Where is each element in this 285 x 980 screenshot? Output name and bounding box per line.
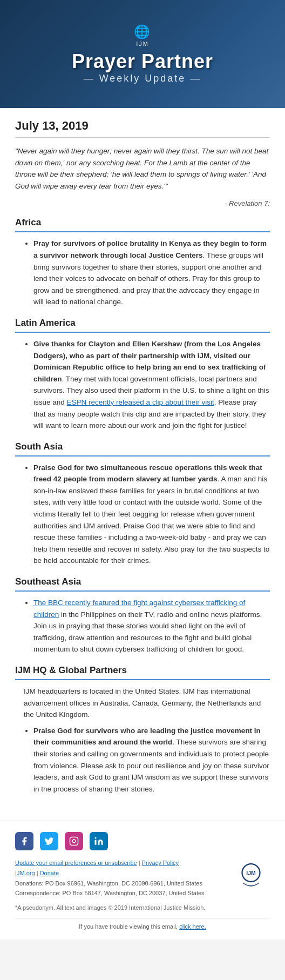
section-southeast-asia: Southeast Asia The BBC recently featured… <box>15 576 270 655</box>
bold-text: Praise God for two simultaneous rescue o… <box>33 464 262 484</box>
bold-text: Give thanks for Clayton and Ellen Kersha… <box>33 340 266 383</box>
section-title-ijm-hq: IJM HQ & Global Partners <box>15 665 270 680</box>
social-icons-row <box>15 832 270 850</box>
footer-copyright: *A pseudonym. All text and images © 2019… <box>15 903 205 913</box>
svg-rect-2 <box>95 840 97 845</box>
header-logo: 🌐 IJM <box>134 24 151 47</box>
list-item: Pray for survivors of police brutality i… <box>33 238 270 308</box>
footer: Update your email preferences or unsubsc… <box>0 821 285 939</box>
svg-rect-0 <box>70 837 78 845</box>
twitter-icon[interactable] <box>40 832 58 850</box>
header-title: Prayer Partner — Weekly Update — <box>72 50 213 84</box>
instagram-icon[interactable] <box>65 832 83 850</box>
globe-icon: 🌐 <box>134 24 151 39</box>
bbc-link[interactable]: The BBC recently featured the fight agai… <box>33 599 245 619</box>
facebook-icon[interactable] <box>15 832 33 850</box>
bold-text: Pray for survivors of police brutality i… <box>33 239 267 259</box>
section-ijm-hq: IJM HQ & Global Partners IJM headquarter… <box>15 665 270 795</box>
footer-ijm-logo: IJM <box>232 858 270 896</box>
email-wrapper: 🌐 IJM Prayer Partner — Weekly Update — J… <box>0 0 285 939</box>
list-item: The BBC recently featured the fight agai… <box>33 597 270 655</box>
svg-point-3 <box>95 837 97 839</box>
main-content: July 13, 2019 "Never again will they hun… <box>0 108 285 810</box>
footer-org-links: IJM.org | Donate <box>15 868 205 878</box>
scripture-text: "Never again will they hunger; never aga… <box>15 145 270 192</box>
view-email-text: If you have trouble viewing this email, <box>79 923 178 930</box>
section-body-ijm-hq: IJM headquarters is located in the Unite… <box>15 686 270 795</box>
scripture-quote: "Never again will they hunger; never aga… <box>15 147 268 190</box>
update-prefs-link[interactable]: Update your email preferences or unsubsc… <box>15 860 137 866</box>
section-body-africa: Pray for survivors of police brutality i… <box>15 238 270 308</box>
header-banner: 🌐 IJM Prayer Partner — Weekly Update — <box>0 0 285 108</box>
click-here-link[interactable]: click here. <box>179 923 206 930</box>
section-title-africa: Africa <box>15 217 270 232</box>
privacy-policy-link[interactable]: Privacy Policy <box>142 860 179 866</box>
footer-donations-address: Donations: PO Box 96961, Washington, DC … <box>15 878 205 889</box>
section-title-latin-america: Latin America <box>15 318 270 333</box>
bold-text: Praise God for survivors who are leading… <box>33 727 261 747</box>
header-title-line1: Prayer Partner <box>72 50 213 73</box>
footer-bottom: Update your email preferences or unsubsc… <box>15 858 270 912</box>
section-title-south-asia: South Asia <box>15 441 270 457</box>
section-body-latin-america: Give thanks for Clayton and Ellen Kersha… <box>15 338 270 432</box>
list-item: Praise God for survivors who are leading… <box>33 725 270 795</box>
section-africa: Africa Pray for survivors of police brut… <box>15 217 270 308</box>
section-title-southeast-asia: Southeast Asia <box>15 576 270 592</box>
section-body-southeast-asia: The BBC recently featured the fight agai… <box>15 597 270 655</box>
date-heading: July 13, 2019 <box>15 119 270 138</box>
section-body-south-asia: Praise God for two simultaneous rescue o… <box>15 462 270 567</box>
ijm-hq-intro: IJM headquarters is located in the Unite… <box>24 686 270 721</box>
view-email-row: If you have trouble viewing this email, … <box>15 918 270 934</box>
list-item: Give thanks for Clayton and Ellen Kersha… <box>33 338 270 432</box>
header-title-line2: — Weekly Update — <box>72 73 213 84</box>
list-item: Praise God for two simultaneous rescue o… <box>33 462 270 567</box>
section-latin-america: Latin America Give thanks for Clayton an… <box>15 318 270 432</box>
section-south-asia: South Asia Praise God for two simultaneo… <box>15 441 270 567</box>
donate-link[interactable]: Donate <box>40 870 59 876</box>
linkedin-icon[interactable] <box>90 832 108 850</box>
footer-text-block: Update your email preferences or unsubsc… <box>15 858 205 912</box>
footer-correspondence-address: Correspondence: PO Box 58147, Washington… <box>15 888 205 898</box>
org-abbr: IJM <box>136 41 149 47</box>
espn-link[interactable]: ESPN recently released a clip about thei… <box>67 398 214 406</box>
footer-links: Update your email preferences or unsubsc… <box>15 858 205 868</box>
svg-text:IJM: IJM <box>246 870 256 876</box>
scripture-reference: - Revelation 7: <box>15 199 270 207</box>
ijm-org-link[interactable]: IJM.org <box>15 870 35 876</box>
